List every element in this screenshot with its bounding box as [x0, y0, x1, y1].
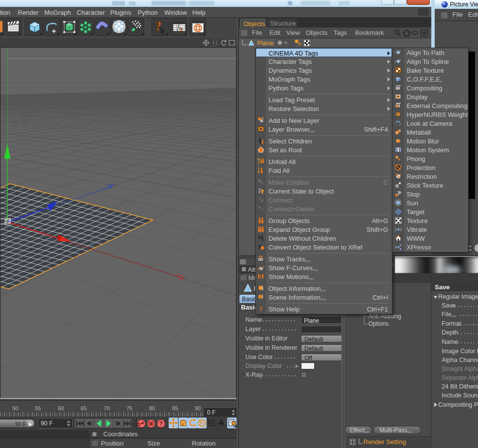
svg-text:P: P — [200, 420, 204, 426]
svg-text:?: ? — [159, 420, 163, 427]
svg-text:?: ? — [260, 306, 263, 312]
svg-text:?: ? — [179, 26, 183, 34]
